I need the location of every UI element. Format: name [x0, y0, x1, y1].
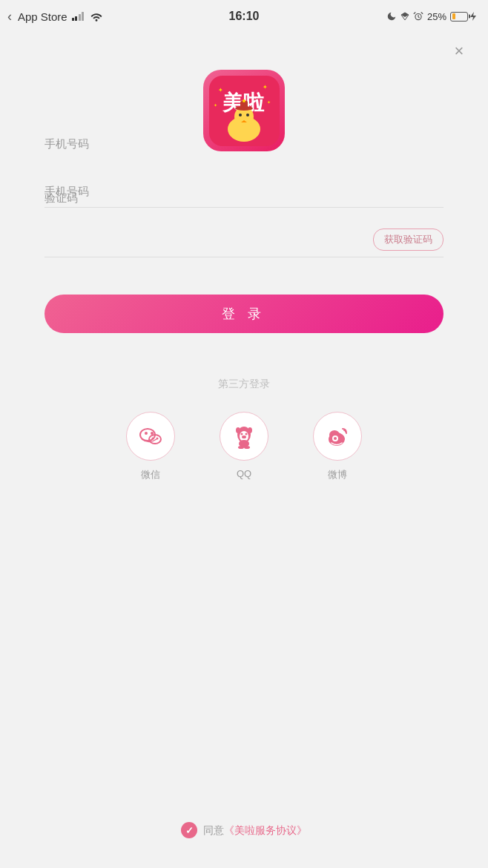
third-party-section: 第三方登录 微信	[44, 378, 444, 481]
get-code-button[interactable]: 获取验证码	[373, 228, 444, 251]
third-party-label: 第三方登录	[218, 378, 270, 391]
weibo-circle	[313, 412, 362, 461]
agreement-text: 同意《美啦服务协议》	[203, 823, 307, 838]
svg-point-18	[145, 432, 148, 435]
svg-point-33	[244, 446, 250, 449]
phone-input[interactable]	[44, 188, 444, 201]
svg-text:✦: ✦	[267, 100, 271, 105]
weibo-icon	[324, 423, 351, 450]
qq-icon	[231, 423, 257, 450]
svg-point-26	[248, 427, 252, 433]
main-content: ✦ ✦ ✦ ✦ 美啦	[0, 33, 488, 481]
svg-point-25	[236, 427, 240, 433]
app-icon-graphic: ✦ ✦ ✦ ✦ 美啦	[209, 76, 280, 146]
svg-point-32	[238, 446, 244, 449]
location-icon	[400, 11, 409, 22]
svg-point-14	[246, 114, 249, 116]
svg-point-29	[245, 433, 248, 435]
battery-percent: 25%	[427, 11, 446, 22]
close-button[interactable]: ×	[448, 40, 470, 62]
svg-text:✦: ✦	[214, 103, 217, 108]
svg-marker-3	[470, 12, 476, 21]
agreement-section: ✓ 同意《美啦服务协议》	[0, 822, 488, 838]
code-field-row: 获取验证码	[44, 228, 444, 257]
svg-point-37	[334, 437, 337, 440]
status-bar-left: ‹ App Store	[7, 9, 103, 24]
code-field-divider	[44, 257, 444, 257]
status-bar: ‹ App Store 16:10 25%	[0, 0, 488, 33]
login-button[interactable]: 登 录	[44, 295, 444, 333]
battery-icon	[450, 12, 476, 22]
check-icon: ✓	[185, 825, 194, 836]
svg-text:✦: ✦	[263, 84, 268, 91]
wechat-label: 微信	[141, 468, 160, 481]
wifi-icon	[90, 11, 103, 22]
status-bar-time: 16:10	[229, 10, 260, 23]
svg-point-13	[239, 114, 242, 116]
app-icon-wrapper: ✦ ✦ ✦ ✦ 美啦	[203, 70, 285, 151]
svg-point-30	[242, 435, 246, 438]
agreement-checkbox[interactable]: ✓	[181, 822, 197, 838]
status-bar-right: 25%	[386, 11, 476, 22]
svg-point-17	[243, 99, 245, 102]
svg-point-23	[156, 438, 159, 440]
back-arrow-icon[interactable]: ‹	[7, 9, 12, 24]
app-icon: ✦ ✦ ✦ ✦ 美啦	[203, 70, 285, 151]
svg-point-28	[241, 433, 243, 435]
svg-point-22	[152, 438, 154, 440]
wechat-login-button[interactable]: 微信	[126, 412, 175, 481]
phone-field-divider	[44, 207, 444, 208]
alarm-icon	[413, 11, 423, 22]
weibo-label: 微博	[328, 468, 347, 481]
wechat-circle	[126, 412, 175, 461]
wechat-icon	[137, 423, 164, 450]
carrier-label: App Store	[18, 10, 67, 23]
signal-icon	[72, 12, 85, 21]
qq-label: QQ	[237, 468, 251, 479]
qq-login-button[interactable]: QQ	[220, 412, 268, 481]
code-input[interactable]	[44, 234, 373, 246]
phone-field-group: 手机号码	[44, 188, 444, 208]
phone-field-row: 手机号码	[44, 188, 444, 207]
third-party-icons: 微信	[126, 412, 362, 481]
code-field-group: 获取验证码	[44, 228, 444, 257]
qq-circle	[220, 412, 268, 461]
weibo-login-button[interactable]: 微博	[313, 412, 362, 481]
moon-icon	[386, 11, 397, 22]
